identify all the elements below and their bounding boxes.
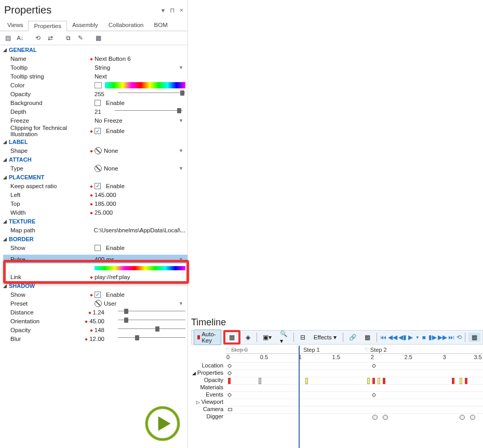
shadow-show-checkbox[interactable]: ✓ [95,292,101,298]
width-label: Width [10,209,95,216]
red-highlight-timeline: ▦ [223,330,240,345]
tooltip-string-label: Tooltip string [10,73,95,80]
auto-key-button[interactable]: Auto-Key [194,330,221,345]
play-dropdown-icon[interactable]: ▼ [415,335,420,340]
row-digger [225,413,483,420]
prev-key-icon[interactable]: ◀◀ [388,334,396,341]
section-attach: ◢ATTACH TypeNone▼ [0,155,187,173]
section-header-general[interactable]: ◢GENERAL [3,46,187,54]
tab-views[interactable]: Views [2,20,28,31]
color-swatch[interactable] [95,82,102,88]
freeze-label: Freeze [10,117,95,124]
pin-icon[interactable]: ⊓ [170,7,175,14]
depth-slider[interactable] [115,110,182,113]
orientation-label: Orientation [10,318,89,324]
playhead[interactable] [299,346,300,448]
refresh-icon[interactable]: ⟲ [33,33,43,43]
blur-value[interactable]: 12.00 [89,336,104,342]
blur-slider[interactable] [118,337,185,340]
play-icon[interactable]: ▶ [408,334,413,341]
panel-header: Properties ▾ ⊓ × [0,0,187,17]
type-dropdown[interactable]: None▼ [95,165,185,172]
depth-value[interactable]: 21 [95,109,101,115]
border-show-checkbox[interactable] [95,245,101,251]
effects-button[interactable]: Effects ▾ [311,333,340,342]
snap-button[interactable]: ⊟ [297,333,308,342]
distance-value[interactable]: 1.24 [93,309,104,315]
shadow-opacity-slider[interactable] [118,328,185,332]
edit-icon[interactable]: ✎ [76,33,85,43]
freeze-dropdown[interactable]: No Freeze▼ [95,117,185,124]
key-settings-button[interactable]: ▦ [226,333,238,342]
go-end-icon[interactable]: ⏭ [448,334,454,341]
categorize-icon[interactable]: ▤ [3,33,12,43]
left-value[interactable]: 145.000 [95,192,116,198]
track-opacity[interactable]: Opacity [191,377,225,384]
opacity-value[interactable]: 255 [95,91,104,97]
prev-frame-icon[interactable]: ◀▮ [398,334,406,341]
play-button[interactable] [144,405,181,442]
record-icon [197,335,200,339]
section-header-placement[interactable]: ◢PLACEMENT [3,173,187,181]
panel-window-controls: ▾ ⊓ × [162,7,183,14]
distance-slider[interactable] [118,311,185,314]
section-header-label[interactable]: ◢LABEL [3,138,187,146]
preset-dropdown[interactable]: User▼ [95,300,185,307]
track-viewport[interactable]: ▷ Viewport [191,399,225,406]
view-settings-button[interactable]: ▦ [361,333,373,342]
section-header-shadow[interactable]: ◢SHADOW [3,282,187,290]
tab-bom[interactable]: BOM [149,20,173,31]
track-properties[interactable]: ◢ Properties [191,370,225,377]
opacity-slider[interactable] [118,93,185,96]
map-path-value[interactable]: C:\Users\bnelms\AppData\Local\... [94,227,185,233]
copy-icon[interactable]: ⧉ [63,33,73,43]
tooltip-dropdown[interactable]: String▼ [95,64,185,71]
shape-dropdown[interactable]: None▼ [95,147,185,154]
tab-assembly[interactable]: Assembly [67,20,103,31]
blur-label: Blur [10,336,89,342]
timeline-tracks [225,362,483,420]
color-label: Color [10,82,95,88]
color-spectrum[interactable] [105,82,185,88]
tab-collaboration[interactable]: Collaboration [103,20,149,31]
section-header-border[interactable]: ◢BORDER [3,235,187,243]
link-button[interactable]: 🔗 [346,333,359,342]
next-key-icon[interactable]: ▶▶ [438,334,446,341]
loop-icon[interactable]: ⟲ [457,334,462,341]
track-materials[interactable]: Materials [191,384,225,391]
top-value[interactable]: 185.000 [95,201,116,207]
sort-az-icon[interactable]: A↓ [16,33,25,43]
sync-icon[interactable]: ⇄ [46,33,55,43]
tooltip-string-value[interactable]: Next [95,73,107,80]
background-checkbox[interactable] [95,100,101,106]
track-camera[interactable]: Camera [191,406,225,413]
width-value[interactable]: 25.000 [95,209,113,216]
pulse-dropdown[interactable]: 400 ms▼ [95,256,185,262]
go-start-icon[interactable]: ⏮ [380,334,386,341]
track-events[interactable]: Events [191,391,225,399]
camera-key-button[interactable]: ▣▾ [260,333,275,342]
track-location[interactable]: Location [191,362,225,370]
timeline-track-area[interactable]: ♡Step 0 ♡Step 1 ♡Step 2 0 0.5 1 1.5 2 2.… [225,346,483,420]
shadow-opacity-value[interactable]: 148 [95,327,104,333]
add-key-button[interactable]: ◈ [243,333,253,342]
background-label: Background [10,100,95,106]
grid-icon[interactable]: ▦ [93,33,103,43]
section-header-texture[interactable]: ◢TEXTURE [3,217,187,226]
track-digger[interactable]: Digger [191,413,225,420]
keep-aspect-checkbox[interactable]: ✓ [95,183,101,189]
timeline-ruler[interactable]: 0 0.5 1 1.5 2 2.5 3 3.5 [225,354,483,362]
name-value[interactable]: Next Button 6 [95,56,131,62]
link-value[interactable]: play://ref:play [95,274,130,280]
stop-icon[interactable]: ■ [422,334,427,341]
dropdown-icon[interactable]: ▾ [162,7,165,14]
section-header-attach[interactable]: ◢ATTACH [3,155,187,164]
timeline-options-button[interactable]: ▦ [468,333,480,342]
close-icon[interactable]: × [180,7,183,14]
locate-button[interactable]: 🔍▾ [277,329,290,346]
tab-properties[interactable]: Properties [28,21,66,31]
clipping-checkbox[interactable]: ✓ [95,128,101,134]
next-frame-icon[interactable]: ▮▶ [428,334,436,341]
orientation-value[interactable]: 45.00 [89,318,104,324]
orientation-slider[interactable] [118,320,185,323]
